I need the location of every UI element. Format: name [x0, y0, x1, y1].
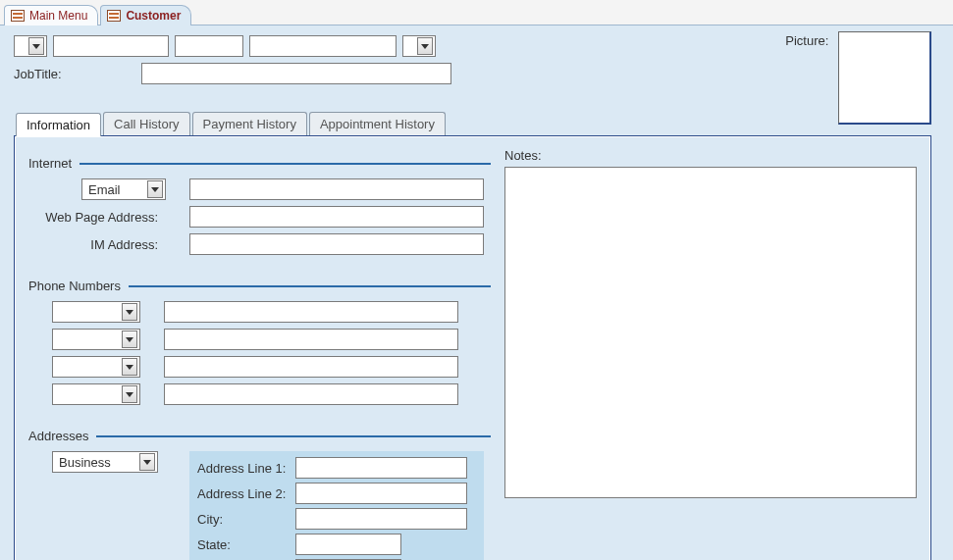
phone-type-dropdown[interactable] [52, 301, 140, 323]
prefix-dropdown[interactable] [14, 35, 47, 57]
tab-panel-information: Internet Email [14, 135, 931, 560]
jobtitle-input[interactable] [141, 63, 451, 84]
addr-city-label: City: [197, 512, 295, 527]
chevron-down-icon [139, 453, 155, 471]
notes-textarea[interactable] [504, 167, 917, 498]
phone-type-dropdown[interactable] [52, 356, 140, 378]
email-type-dropdown[interactable]: Email [81, 178, 166, 200]
suffix-dropdown[interactable] [402, 35, 436, 57]
notes-label: Notes: [504, 148, 917, 163]
addr-city-input[interactable] [295, 508, 467, 530]
form-icon [11, 10, 25, 22]
chevron-down-icon [122, 358, 137, 376]
doc-tab-label: Main Menu [29, 9, 87, 23]
group-label: Addresses [28, 429, 88, 443]
email-type-value: Email [88, 182, 121, 197]
tab-call-history[interactable]: Call History [103, 112, 189, 135]
webpage-label: Web Page Address: [28, 210, 166, 225]
chevron-down-icon [122, 331, 137, 348]
phone-input[interactable] [164, 329, 458, 350]
doc-tab-main-menu[interactable]: Main Menu [4, 5, 98, 25]
group-divider [129, 285, 491, 287]
addr-state-input[interactable] [295, 534, 401, 555]
tab-appointment-history[interactable]: Appointment History [309, 112, 446, 135]
jobtitle-label: JobTitle: [14, 67, 132, 81]
group-internet: Internet Email [28, 146, 491, 255]
phone-input[interactable] [164, 383, 458, 405]
group-divider [79, 163, 491, 165]
group-label: Internet [28, 156, 72, 171]
chevron-down-icon [417, 37, 433, 55]
group-divider [96, 435, 491, 437]
first-name-input[interactable] [53, 35, 169, 57]
phone-type-dropdown[interactable] [52, 329, 140, 350]
addr-state-label: State: [197, 537, 295, 552]
group-label: Phone Numbers [28, 279, 121, 293]
im-input[interactable] [189, 233, 484, 255]
phone-input[interactable] [164, 301, 458, 323]
document-tabstrip: Main Menu Customer [0, 0, 953, 25]
picture-label: Picture: [785, 33, 828, 48]
phone-input[interactable] [164, 356, 458, 378]
tab-payment-history[interactable]: Payment History [192, 112, 307, 135]
webpage-input[interactable] [189, 206, 484, 228]
detail-tabcontrol: Information Call History Payment History… [14, 112, 939, 560]
chevron-down-icon [28, 37, 44, 55]
picture-section: Picture: [785, 31, 931, 127]
last-name-input[interactable] [249, 35, 397, 57]
address-type-value: Business [59, 455, 111, 470]
customer-form: Picture: JobTitle: Information Call Hist… [0, 25, 953, 560]
addr-line2-input[interactable] [295, 483, 467, 504]
form-icon [107, 10, 121, 22]
email-input[interactable] [189, 178, 484, 200]
chevron-down-icon [122, 385, 137, 403]
group-addresses: Addresses Business [28, 419, 491, 560]
doc-tab-customer[interactable]: Customer [100, 5, 191, 25]
group-phone: Phone Numbers [28, 269, 491, 405]
addr-line1-label: Address Line 1: [197, 461, 295, 476]
addr-line2-label: Address Line 2: [197, 486, 295, 501]
chevron-down-icon [147, 180, 163, 198]
middle-name-input[interactable] [175, 35, 243, 57]
im-label: IM Address: [28, 237, 166, 252]
address-type-dropdown[interactable]: Business [52, 451, 158, 473]
picture-box[interactable] [838, 31, 931, 125]
doc-tab-label: Customer [126, 9, 181, 23]
chevron-down-icon [122, 303, 137, 321]
address-subform: Address Line 1: Address Line 2: City: [189, 451, 484, 560]
tab-information[interactable]: Information [16, 113, 101, 136]
addr-line1-input[interactable] [295, 457, 467, 479]
phone-type-dropdown[interactable] [52, 383, 140, 405]
notes-section: Notes: [504, 146, 917, 560]
